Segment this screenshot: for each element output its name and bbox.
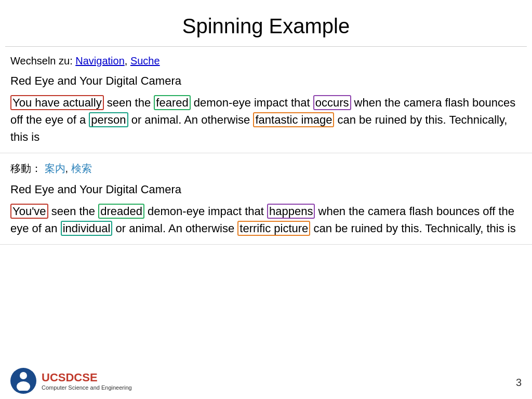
highlight-individual: individual bbox=[61, 221, 113, 236]
text-2a: demon-eye impact that bbox=[191, 96, 313, 109]
text-4b: or animal. An otherwise bbox=[112, 222, 237, 235]
nav-link-annai[interactable]: 案内 bbox=[45, 163, 65, 174]
article-body-1: You have actually seen the feared demon-… bbox=[10, 94, 522, 145]
logo-subtitle: Computer Science and Engineering bbox=[42, 384, 132, 391]
highlight-youve: You've bbox=[10, 204, 48, 219]
text-2b: demon-eye impact that bbox=[144, 205, 267, 218]
highlight-dreaded: dreaded bbox=[98, 204, 144, 219]
highlight-occurs: occurs bbox=[313, 95, 351, 110]
nav-prefix-japanese: 移動： bbox=[10, 163, 45, 174]
text-1a: seen the bbox=[104, 96, 154, 109]
article-body-2: You've seen the dreaded demon-eye impact… bbox=[10, 203, 522, 237]
article-title-1: Red Eye and Your Digital Camera bbox=[10, 74, 522, 88]
highlight-happens: happens bbox=[267, 204, 315, 219]
footer: UCSDCSE Computer Science and Engineering bbox=[0, 368, 532, 394]
highlight-fantastic-image: fantastic image bbox=[253, 112, 334, 127]
logo-area: UCSDCSE Computer Science and Engineering bbox=[10, 368, 132, 394]
section-japanese: 移動： 案内, 検索 Red Eye and Your Digital Came… bbox=[0, 153, 532, 245]
person-icon bbox=[15, 371, 32, 391]
nav-link-suche[interactable]: Suche bbox=[130, 55, 160, 66]
highlight-terrific-picture: terrific picture bbox=[237, 221, 310, 236]
logo-ucsd-cse: UCSDCSE bbox=[42, 371, 132, 384]
slide: Spinning Example Wechseln zu: Navigation… bbox=[0, 0, 532, 399]
highlight-feared: feared bbox=[154, 95, 190, 110]
ucsd-text: UCSD bbox=[42, 371, 74, 384]
slide-title: Spinning Example bbox=[0, 0, 532, 46]
text-4a: or animal. An otherwise bbox=[128, 113, 254, 126]
highlight-person: person bbox=[89, 112, 128, 127]
cse-text: CSE bbox=[74, 371, 97, 384]
section-english: Wechseln zu: Navigation, Suche Red Eye a… bbox=[0, 47, 532, 153]
article-title-2: Red Eye and Your Digital Camera bbox=[10, 183, 522, 196]
nav-line-japanese: 移動： 案内, 検索 bbox=[10, 162, 522, 176]
nav-comma-2: , bbox=[65, 163, 71, 174]
nav-comma-1: , bbox=[125, 55, 130, 66]
text-1b: seen the bbox=[48, 205, 99, 218]
nav-line-german: Wechseln zu: Navigation, Suche bbox=[10, 55, 522, 67]
text-5b: can be ruined by this. Technically, this… bbox=[310, 222, 515, 235]
logo-icon bbox=[10, 368, 36, 394]
highlight-you-have: You have actually bbox=[10, 95, 104, 110]
nav-prefix-german: Wechseln zu: bbox=[10, 55, 75, 66]
page-number: 3 bbox=[516, 377, 522, 389]
svg-point-1 bbox=[17, 381, 30, 391]
logo-text: UCSDCSE Computer Science and Engineering bbox=[42, 371, 132, 391]
nav-link-kensaku[interactable]: 検索 bbox=[71, 163, 92, 174]
svg-point-0 bbox=[20, 372, 27, 379]
nav-link-navigation[interactable]: Navigation bbox=[75, 55, 125, 66]
